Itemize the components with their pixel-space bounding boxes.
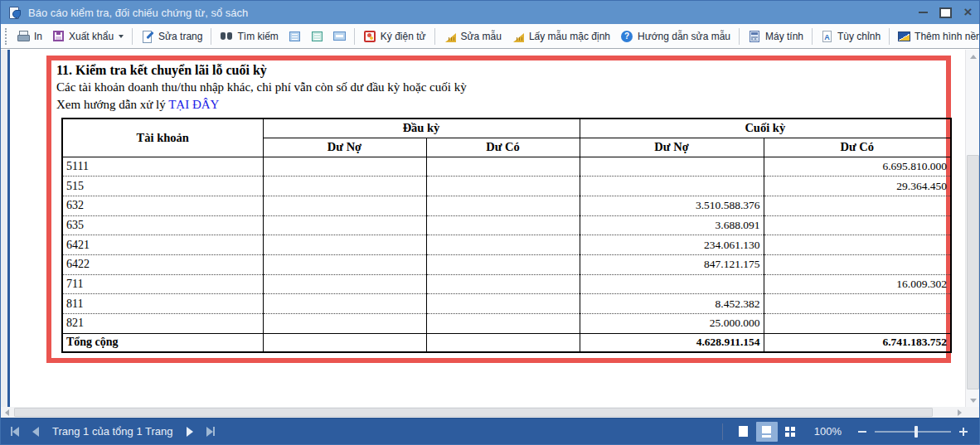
view-single-page-button[interactable] <box>733 422 754 442</box>
zoom-slider-handle[interactable] <box>915 426 918 438</box>
cell-dk_no <box>263 196 426 215</box>
first-page-button[interactable] <box>11 427 19 437</box>
cell-ck_co <box>764 314 951 334</box>
zoom-slider[interactable] <box>875 431 951 433</box>
next-page-button[interactable] <box>187 427 193 437</box>
section-description: Các tài khoản doanh thu/thu nhập khác, c… <box>56 80 946 94</box>
sign-icon <box>364 31 376 42</box>
cell-ck_no: 3.688.091 <box>580 215 764 235</box>
close-button[interactable]: × <box>957 1 979 24</box>
export-button[interactable]: Xuất khẩu <box>48 27 128 45</box>
sign-button[interactable]: Ký điện tử <box>359 27 430 46</box>
app-logo-icon <box>7 6 21 19</box>
toolbar-grip-handle[interactable] <box>5 28 7 45</box>
total-begin-debit <box>263 333 426 352</box>
cell-ck_co <box>764 215 951 235</box>
scroll-right-button[interactable] <box>953 407 965 418</box>
view-single-button[interactable] <box>284 27 305 46</box>
next-page-icon <box>187 427 193 437</box>
scroll-left-button[interactable] <box>1 407 12 418</box>
zoom-in-button[interactable] <box>958 426 969 438</box>
zoom-level-label: 100% <box>814 425 842 438</box>
cell-dk_co <box>426 196 580 215</box>
table-row: 6353.688.091 <box>62 215 951 235</box>
window-title: Báo cáo kiểm tra, đối chiếu chứng từ, sổ… <box>28 7 248 19</box>
search-button[interactable]: Tìm kiếm <box>216 27 282 46</box>
background-button[interactable]: Thêm hình nền <box>894 27 980 46</box>
header-begin-debit: Dư Nợ <box>263 138 426 157</box>
table-row: 6323.510.588.376 <box>62 196 951 215</box>
cell-dk_co <box>426 215 580 235</box>
view-continuous-button[interactable] <box>307 27 327 46</box>
header-row-groups: Tài khoản Đầu kỳ Cuối kỳ <box>62 119 951 138</box>
template-button[interactable]: Sửa mẫu <box>439 28 506 45</box>
cell-dk_co <box>426 294 580 314</box>
cell-ck_no: 8.452.382 <box>580 294 764 314</box>
view-multiple-pages-button[interactable] <box>779 422 801 442</box>
toolbar-separator <box>132 28 133 45</box>
cell-dk_co <box>426 254 580 274</box>
cell-dk_co <box>426 235 580 255</box>
calculator-button[interactable]: Máy tính <box>744 27 808 46</box>
cell-dk_co <box>426 314 580 334</box>
view-continuous-icon <box>312 31 323 41</box>
cell-dk_no <box>263 274 426 294</box>
customize-button[interactable]: Tùy chỉnh <box>817 27 885 46</box>
toolbar-button-label: Tùy chỉnh <box>837 31 881 42</box>
total-begin-credit <box>426 333 580 352</box>
print-button[interactable]: In <box>12 27 46 46</box>
app-window: Báo cáo kiểm tra, đối chiếu chứng từ, sổ… <box>0 0 980 445</box>
header-begin-credit: Dư Có <box>426 138 580 157</box>
toolbar-separator <box>434 28 435 45</box>
toolbar-button-label: Tìm kiếm <box>237 31 278 42</box>
help-button[interactable]: Hướng dẫn sửa mẫu <box>616 27 735 46</box>
help-icon <box>621 31 633 42</box>
cell-dk_co <box>426 177 580 196</box>
toolbar-button-label: Thêm hình nền <box>915 31 980 42</box>
vertical-scrollbar[interactable] <box>965 50 979 407</box>
total-end-debit: 4.628.911.154 <box>580 333 764 352</box>
toolbar-separator <box>211 28 211 45</box>
guide-line: Xem hướng dẫn xử lý TẠI ĐÂY <box>56 98 946 112</box>
arrow-up-icon <box>970 55 977 59</box>
template-icon <box>445 33 456 42</box>
dropdown-caret-icon[interactable] <box>119 35 124 38</box>
cell-ck_co <box>764 196 951 215</box>
page-edge-line <box>7 50 10 407</box>
cell-account: 711 <box>62 274 263 294</box>
template-button[interactable]: Lấy mẫu mặc định <box>507 28 614 45</box>
view-width-button[interactable] <box>329 27 350 45</box>
scrollbar-corner <box>965 407 979 418</box>
statusbar-right-group: 100% <box>722 422 969 442</box>
cell-dk_co <box>426 157 580 177</box>
horizontal-scrollbar-thumb[interactable] <box>14 408 933 417</box>
maximize-button[interactable] <box>934 1 957 24</box>
toolbar: InXuất khẩuSửa trangTìm kiếmKý điện tửSử… <box>1 24 979 49</box>
cell-account: 811 <box>62 294 263 314</box>
table-row: 82125.000.000 <box>62 314 951 334</box>
minimize-button[interactable] <box>912 1 934 24</box>
table-row: 51116.695.810.000 <box>62 157 951 177</box>
cell-ck_no <box>580 274 764 294</box>
table-row: 6422847.121.175 <box>62 254 951 274</box>
vertical-scrollbar-thumb[interactable] <box>967 155 979 389</box>
cell-ck_no <box>580 157 764 177</box>
table-row: 71116.009.302 <box>62 274 951 294</box>
scroll-up-button[interactable] <box>966 50 979 63</box>
guide-link[interactable]: TẠI ĐÂY <box>168 98 219 111</box>
last-page-button[interactable] <box>206 427 215 437</box>
zoom-out-button[interactable] <box>856 426 868 438</box>
cell-dk_no <box>263 235 426 255</box>
toolbar-button-label: In <box>34 31 42 42</box>
export-icon <box>53 31 64 41</box>
prev-page-button[interactable] <box>32 427 39 437</box>
scroll-down-button[interactable] <box>966 394 979 407</box>
cell-ck_co <box>764 294 951 314</box>
edit-page-button[interactable]: Sửa trang <box>137 27 206 46</box>
cell-dk_no <box>263 157 426 177</box>
horizontal-scrollbar[interactable] <box>1 407 965 418</box>
view-continuous-button[interactable] <box>756 422 778 442</box>
edit-page-icon <box>141 30 154 43</box>
cell-account: 6421 <box>62 235 263 255</box>
prev-page-icon <box>32 427 39 437</box>
